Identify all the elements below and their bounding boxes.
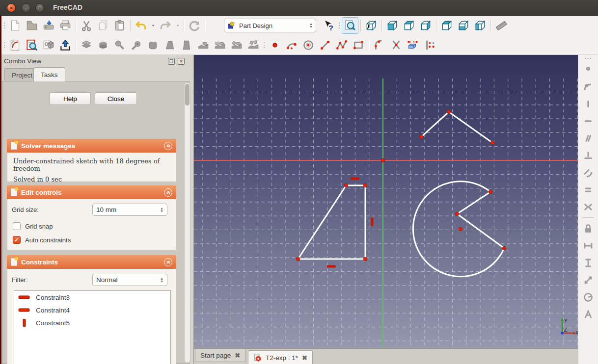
- refresh-button[interactable]: [186, 17, 203, 34]
- window-minimize-button[interactable]: −: [22, 3, 30, 12]
- constraint-perpendicular-button[interactable]: [580, 147, 597, 164]
- view-right-button[interactable]: [417, 17, 434, 34]
- undo-button[interactable]: [133, 17, 149, 34]
- constraint-point-on-object-button[interactable]: [580, 78, 597, 95]
- constraint-tangent-button[interactable]: [580, 164, 597, 181]
- whats-this-button[interactable]: ?: [320, 17, 337, 34]
- redo-menu-button[interactable]: [174, 17, 182, 34]
- draft-button[interactable]: [178, 37, 195, 53]
- polar-pattern-button[interactable]: [228, 37, 245, 53]
- fillet-op-button[interactable]: [145, 37, 162, 53]
- view-axonometric-button[interactable]: [363, 17, 380, 34]
- external-geometry-button[interactable]: [405, 37, 421, 53]
- view-rear-button[interactable]: [438, 17, 455, 34]
- open-file-button[interactable]: [24, 17, 40, 34]
- undo-menu-button[interactable]: [149, 17, 157, 34]
- constraint-angle-button[interactable]: [580, 306, 597, 323]
- toolbar-grip: [337, 19, 342, 32]
- workbench-selector[interactable]: Part Design ▲▼: [224, 19, 316, 32]
- grid-size-combobox[interactable]: 10 mm ▲▼: [92, 204, 167, 216]
- window-maximize-button[interactable]: ▢: [35, 3, 44, 12]
- measure-distance-button[interactable]: [493, 17, 510, 34]
- create-circle-button[interactable]: [300, 37, 317, 53]
- create-polyline-button[interactable]: [333, 37, 350, 53]
- constraints-list[interactable]: Constraint3Constraint4Constraint5: [14, 290, 171, 364]
- view-bottom-button[interactable]: [455, 17, 472, 34]
- filter-combobox[interactable]: Normal ▲▼: [92, 274, 167, 286]
- constraint-list-item[interactable]: Constraint4: [14, 304, 170, 316]
- groove-button[interactable]: [128, 37, 145, 53]
- constraints-header[interactable]: Constraints: [7, 255, 176, 269]
- print-button[interactable]: [57, 17, 74, 34]
- close-button[interactable]: Close: [95, 92, 137, 105]
- create-fillet-button[interactable]: [371, 37, 388, 53]
- panel-close-icon[interactable]: ✕: [178, 58, 185, 65]
- new-sketch-button[interactable]: [7, 37, 24, 53]
- copy-button[interactable]: [95, 17, 111, 34]
- collapse-chevron-icon[interactable]: [164, 142, 172, 150]
- create-line-button[interactable]: [317, 37, 333, 53]
- paste-button[interactable]: [111, 17, 128, 34]
- help-button[interactable]: Help: [50, 92, 91, 105]
- window-close-button[interactable]: ×: [7, 3, 16, 12]
- tab-close-icon[interactable]: ✖: [235, 352, 240, 359]
- tab-close-icon[interactable]: ✖: [302, 354, 307, 362]
- leave-sketch-button[interactable]: [57, 37, 74, 53]
- tab-tasks[interactable]: Tasks: [33, 67, 65, 81]
- fit-all-button[interactable]: [342, 17, 358, 34]
- trim-edge-button[interactable]: [388, 37, 405, 53]
- grid-snap-checkbox[interactable]: [13, 222, 21, 230]
- toggle-construction-button[interactable]: [421, 37, 438, 53]
- constraint-list-item[interactable]: Constraint5: [14, 316, 170, 329]
- constraint-horizontal-distance-button[interactable]: [580, 237, 597, 254]
- tab-document-t2-exp[interactable]: T2-exp : 1* ✖: [248, 350, 313, 364]
- constraint-symmetric-button[interactable]: [580, 198, 597, 215]
- collapse-chevron-icon[interactable]: [164, 188, 172, 197]
- constraint-vertical-button[interactable]: [580, 95, 597, 112]
- pocket-button[interactable]: [95, 37, 111, 53]
- create-rectangle-button[interactable]: [350, 37, 367, 53]
- constraint-equal-button[interactable]: [580, 181, 597, 198]
- save-file-button[interactable]: [40, 17, 57, 34]
- constraint-coincident-button[interactable]: [580, 61, 597, 78]
- collapse-chevron-icon[interactable]: [164, 258, 172, 266]
- constraint-horizontal-button[interactable]: [580, 112, 597, 130]
- constraint-vertical-distance-button[interactable]: [580, 254, 597, 271]
- edit-sketch-button[interactable]: [24, 37, 40, 53]
- cut-button[interactable]: [78, 17, 95, 34]
- spinner-arrows-icon[interactable]: ▲▼: [160, 207, 163, 213]
- constraint-list-item[interactable]: Constraint3: [14, 291, 170, 304]
- scrollbar-thumb[interactable]: [185, 84, 190, 105]
- view-front-button[interactable]: [384, 17, 401, 34]
- multi-transform-button[interactable]: [245, 37, 262, 53]
- solver-messages-header[interactable]: Solver messages: [7, 139, 176, 153]
- create-arc-button[interactable]: [283, 37, 300, 53]
- constraint-parallel-button[interactable]: [580, 130, 597, 147]
- constraint-lock-button[interactable]: [580, 220, 597, 237]
- toolbar-sketcher: [2, 35, 438, 55]
- workbench-spinner[interactable]: ▲▼: [309, 23, 313, 28]
- constraint-radius-button[interactable]: [580, 288, 597, 306]
- pad-button[interactable]: [78, 37, 95, 53]
- create-point-button[interactable]: [267, 37, 283, 53]
- map-sketch-button[interactable]: [40, 37, 57, 53]
- tab-start-page[interactable]: Start page ✖: [195, 349, 245, 362]
- toolbar-grip: [581, 56, 595, 61]
- auto-constraints-checkbox[interactable]: ✓: [13, 236, 21, 244]
- spinner-arrows-icon[interactable]: ▲▼: [160, 277, 163, 283]
- linear-pattern-button[interactable]: [212, 37, 228, 53]
- view-left-button[interactable]: [472, 17, 489, 34]
- redo-button[interactable]: [157, 17, 174, 34]
- view-top-button[interactable]: [401, 17, 417, 34]
- auto-constraints-row: ✓ Auto constraints: [13, 236, 71, 244]
- panel-scrollbar[interactable]: [184, 82, 190, 363]
- axis-label-y: Y: [564, 318, 568, 324]
- constraint-distance-button[interactable]: [580, 271, 597, 288]
- mirrored-button[interactable]: [195, 37, 212, 53]
- new-file-button[interactable]: [7, 17, 24, 34]
- chamfer-button[interactable]: [162, 37, 178, 53]
- 3d-viewport[interactable]: YXZ: [194, 55, 578, 348]
- edit-controls-header[interactable]: Edit controls: [7, 185, 176, 199]
- revolution-button[interactable]: [111, 37, 128, 53]
- panel-float-icon[interactable]: ❐: [168, 58, 175, 65]
